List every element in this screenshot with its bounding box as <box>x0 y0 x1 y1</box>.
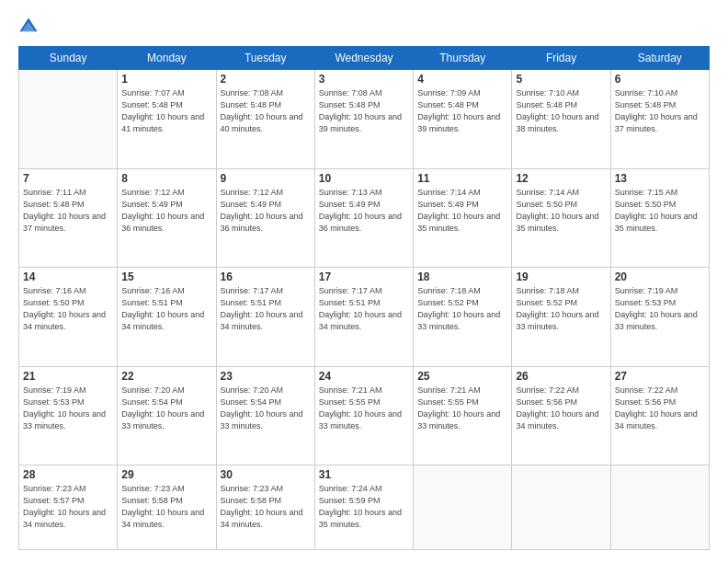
calendar-cell: 2Sunrise: 7:08 AM Sunset: 5:48 PM Daylig… <box>216 70 314 169</box>
day-number: 7 <box>23 172 113 185</box>
calendar-cell: 4Sunrise: 7:09 AM Sunset: 5:48 PM Daylig… <box>414 70 512 169</box>
day-number: 25 <box>417 370 507 383</box>
day-number: 3 <box>319 73 409 86</box>
day-number: 23 <box>221 370 311 383</box>
calendar-cell <box>414 465 512 550</box>
day-number: 22 <box>121 370 211 383</box>
calendar-cell: 15Sunrise: 7:16 AM Sunset: 5:51 PM Dayli… <box>118 268 216 367</box>
weekday-tuesday: Tuesday <box>216 47 314 70</box>
calendar-cell: 17Sunrise: 7:17 AM Sunset: 5:51 PM Dayli… <box>314 268 413 367</box>
day-info: Sunrise: 7:09 AM Sunset: 5:48 PM Dayligh… <box>417 87 507 135</box>
day-number: 8 <box>121 172 211 185</box>
calendar-cell: 9Sunrise: 7:12 AM Sunset: 5:49 PM Daylig… <box>216 168 314 268</box>
weekday-sunday: Sunday <box>19 47 118 70</box>
day-number: 21 <box>23 370 113 383</box>
day-number: 1 <box>121 73 211 86</box>
calendar-cell: 13Sunrise: 7:15 AM Sunset: 5:50 PM Dayli… <box>610 168 709 268</box>
day-info: Sunrise: 7:07 AM Sunset: 5:48 PM Dayligh… <box>121 87 211 135</box>
calendar-cell: 12Sunrise: 7:14 AM Sunset: 5:50 PM Dayli… <box>512 168 610 268</box>
calendar-cell: 26Sunrise: 7:22 AM Sunset: 5:56 PM Dayli… <box>512 366 610 465</box>
day-number: 31 <box>319 468 409 481</box>
day-info: Sunrise: 7:17 AM Sunset: 5:51 PM Dayligh… <box>221 285 311 333</box>
calendar-cell: 18Sunrise: 7:18 AM Sunset: 5:52 PM Dayli… <box>414 268 512 367</box>
day-info: Sunrise: 7:21 AM Sunset: 5:55 PM Dayligh… <box>319 385 409 432</box>
day-number: 29 <box>121 468 211 481</box>
day-info: Sunrise: 7:15 AM Sunset: 5:50 PM Dayligh… <box>615 187 705 235</box>
day-number: 9 <box>221 172 311 185</box>
calendar-cell: 1Sunrise: 7:07 AM Sunset: 5:48 PM Daylig… <box>118 70 216 169</box>
calendar-cell: 29Sunrise: 7:23 AM Sunset: 5:58 PM Dayli… <box>118 465 216 550</box>
day-info: Sunrise: 7:20 AM Sunset: 5:54 PM Dayligh… <box>221 385 311 432</box>
day-info: Sunrise: 7:14 AM Sunset: 5:49 PM Dayligh… <box>417 187 507 235</box>
calendar-table: SundayMondayTuesdayWednesdayThursdayFrid… <box>18 46 710 550</box>
day-number: 19 <box>516 270 606 283</box>
day-number: 2 <box>221 73 311 86</box>
day-info: Sunrise: 7:10 AM Sunset: 5:48 PM Dayligh… <box>516 87 606 135</box>
calendar-cell: 16Sunrise: 7:17 AM Sunset: 5:51 PM Dayli… <box>216 268 314 367</box>
weekday-friday: Friday <box>512 47 610 70</box>
day-info: Sunrise: 7:08 AM Sunset: 5:48 PM Dayligh… <box>221 87 311 135</box>
day-info: Sunrise: 7:22 AM Sunset: 5:56 PM Dayligh… <box>516 385 606 432</box>
day-number: 15 <box>121 270 211 283</box>
day-number: 28 <box>23 468 113 481</box>
week-row-5: 28Sunrise: 7:23 AM Sunset: 5:57 PM Dayli… <box>19 465 710 550</box>
week-row-3: 14Sunrise: 7:16 AM Sunset: 5:50 PM Dayli… <box>19 268 710 367</box>
day-info: Sunrise: 7:18 AM Sunset: 5:52 PM Dayligh… <box>516 285 606 333</box>
calendar-cell: 14Sunrise: 7:16 AM Sunset: 5:50 PM Dayli… <box>19 268 118 367</box>
day-number: 17 <box>319 270 409 283</box>
calendar-cell: 24Sunrise: 7:21 AM Sunset: 5:55 PM Dayli… <box>314 366 413 465</box>
weekday-thursday: Thursday <box>414 47 512 70</box>
calendar-cell: 3Sunrise: 7:08 AM Sunset: 5:48 PM Daylig… <box>314 70 413 169</box>
day-number: 30 <box>221 468 311 481</box>
week-row-2: 7Sunrise: 7:11 AM Sunset: 5:48 PM Daylig… <box>19 168 710 268</box>
day-info: Sunrise: 7:13 AM Sunset: 5:49 PM Dayligh… <box>319 187 409 235</box>
day-number: 5 <box>516 73 606 86</box>
day-info: Sunrise: 7:23 AM Sunset: 5:58 PM Dayligh… <box>221 483 311 531</box>
calendar-cell: 10Sunrise: 7:13 AM Sunset: 5:49 PM Dayli… <box>314 168 413 268</box>
week-row-4: 21Sunrise: 7:19 AM Sunset: 5:53 PM Dayli… <box>19 366 710 465</box>
calendar-cell: 11Sunrise: 7:14 AM Sunset: 5:49 PM Dayli… <box>414 168 512 268</box>
day-number: 16 <box>221 270 311 283</box>
calendar-cell <box>19 70 118 169</box>
calendar-cell <box>610 465 709 550</box>
day-info: Sunrise: 7:11 AM Sunset: 5:48 PM Dayligh… <box>23 187 113 235</box>
day-info: Sunrise: 7:08 AM Sunset: 5:48 PM Dayligh… <box>319 87 409 135</box>
weekday-monday: Monday <box>118 47 216 70</box>
day-info: Sunrise: 7:14 AM Sunset: 5:50 PM Dayligh… <box>516 187 606 235</box>
day-info: Sunrise: 7:22 AM Sunset: 5:56 PM Dayligh… <box>615 385 705 432</box>
header <box>18 17 710 37</box>
day-info: Sunrise: 7:20 AM Sunset: 5:54 PM Dayligh… <box>121 385 211 432</box>
calendar-cell: 8Sunrise: 7:12 AM Sunset: 5:49 PM Daylig… <box>118 168 216 268</box>
day-number: 14 <box>23 270 113 283</box>
calendar-cell: 22Sunrise: 7:20 AM Sunset: 5:54 PM Dayli… <box>118 366 216 465</box>
calendar-cell: 19Sunrise: 7:18 AM Sunset: 5:52 PM Dayli… <box>512 268 610 367</box>
day-number: 10 <box>319 172 409 185</box>
day-number: 27 <box>615 370 705 383</box>
logo <box>18 17 40 37</box>
day-number: 6 <box>615 73 705 86</box>
day-info: Sunrise: 7:12 AM Sunset: 5:49 PM Dayligh… <box>221 187 311 235</box>
day-number: 12 <box>516 172 606 185</box>
day-number: 13 <box>615 172 705 185</box>
day-info: Sunrise: 7:23 AM Sunset: 5:57 PM Dayligh… <box>23 483 113 531</box>
day-number: 11 <box>417 172 507 185</box>
day-number: 26 <box>516 370 606 383</box>
weekday-wednesday: Wednesday <box>314 47 413 70</box>
day-number: 24 <box>319 370 409 383</box>
day-info: Sunrise: 7:17 AM Sunset: 5:51 PM Dayligh… <box>319 285 409 333</box>
day-number: 18 <box>417 270 507 283</box>
calendar-cell: 27Sunrise: 7:22 AM Sunset: 5:56 PM Dayli… <box>610 366 709 465</box>
week-row-1: 1Sunrise: 7:07 AM Sunset: 5:48 PM Daylig… <box>19 70 710 169</box>
day-number: 4 <box>417 73 507 86</box>
calendar-cell: 23Sunrise: 7:20 AM Sunset: 5:54 PM Dayli… <box>216 366 314 465</box>
calendar-cell <box>512 465 610 550</box>
calendar-cell: 21Sunrise: 7:19 AM Sunset: 5:53 PM Dayli… <box>19 366 118 465</box>
calendar-cell: 25Sunrise: 7:21 AM Sunset: 5:55 PM Dayli… <box>414 366 512 465</box>
day-info: Sunrise: 7:23 AM Sunset: 5:58 PM Dayligh… <box>121 483 211 531</box>
calendar-cell: 6Sunrise: 7:10 AM Sunset: 5:48 PM Daylig… <box>610 70 709 169</box>
weekday-saturday: Saturday <box>610 47 709 70</box>
calendar-cell: 28Sunrise: 7:23 AM Sunset: 5:57 PM Dayli… <box>19 465 118 550</box>
day-info: Sunrise: 7:19 AM Sunset: 5:53 PM Dayligh… <box>23 385 113 432</box>
calendar-cell: 7Sunrise: 7:11 AM Sunset: 5:48 PM Daylig… <box>19 168 118 268</box>
day-info: Sunrise: 7:21 AM Sunset: 5:55 PM Dayligh… <box>417 385 507 432</box>
